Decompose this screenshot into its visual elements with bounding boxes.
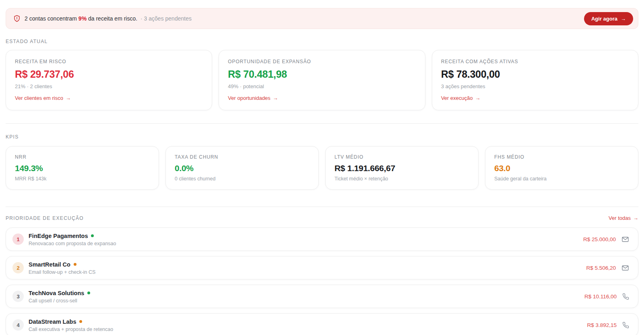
row-main: TechNova Solutions Call upsell / cross-s…: [29, 290, 584, 304]
banner-message: 2 contas concentram 9% da receita em ris…: [13, 15, 584, 22]
dashboard: 2 contas concentram 9% da receita em ris…: [0, 8, 644, 335]
row-action: Email follow-up + check-in CS: [29, 269, 586, 275]
arrow-right-icon: →: [66, 95, 71, 101]
card-value: R$ 70.481,98: [228, 68, 416, 80]
row-name: FinEdge Pagamentos: [29, 233, 94, 239]
card-label: FHS MÉDIO: [494, 154, 629, 160]
card-receita-em-risco: RECEITA EM RISCO R$ 29.737,06 21% · 2 cl…: [6, 50, 212, 110]
status-dot-icon: [91, 234, 94, 237]
link-label: Ver clientes em risco: [15, 95, 63, 101]
rank-badge: 1: [12, 234, 24, 245]
card-oportunidade-expansao: OPORTUNIDADE DE EXPANSÃO R$ 70.481,98 49…: [219, 50, 425, 110]
section-estado-atual: ESTADO ATUAL RECEITA EM RISCO R$ 29.737,…: [6, 39, 638, 110]
row-main: DataStream Labs Call executiva + propost…: [29, 318, 587, 332]
link-ver-todas[interactable]: Ver todas →: [609, 215, 638, 221]
company-name: TechNova Solutions: [29, 290, 84, 296]
card-subtext: Ticket médio × retenção: [334, 176, 469, 182]
row-action: Renovacao com proposta de expansao: [29, 241, 583, 246]
card-value: 0.0%: [175, 163, 310, 173]
section-title-kpis: KPIS: [6, 134, 638, 140]
row-main: FinEdge Pagamentos Renovacao com propost…: [29, 232, 583, 246]
company-name: FinEdge Pagamentos: [29, 233, 88, 239]
row-right: R$ 5.506,20: [586, 264, 629, 272]
priority-row-finedge[interactable]: 1 FinEdge Pagamentos Renovacao com propo…: [6, 227, 638, 251]
act-now-label: Agir agora: [591, 16, 617, 22]
rank-badge: 2: [12, 262, 24, 273]
company-name: DataStream Labs: [29, 318, 76, 325]
act-now-button[interactable]: Agir agora →: [584, 12, 633, 25]
link-label: Ver oportunidades: [228, 95, 270, 101]
banner-highlight: 9%: [78, 15, 87, 22]
status-dot-icon: [79, 320, 82, 323]
banner-text-suffix: da receita em risco.: [88, 15, 137, 22]
link-ver-clientes-em-risco[interactable]: Ver clientes em risco →: [15, 95, 71, 101]
estado-cards: RECEITA EM RISCO R$ 29.737,06 21% · 2 cl…: [6, 50, 638, 110]
banner-text-prefix: 2 contas concentram: [25, 15, 77, 22]
banner-text: 2 contas concentram 9% da receita em ris…: [25, 15, 192, 22]
row-amount: R$ 3.892,15: [587, 322, 617, 328]
card-value: 63.0: [494, 163, 629, 173]
card-label: TAXA DE CHURN: [175, 154, 310, 160]
row-name: TechNova Solutions: [29, 290, 90, 296]
prioridade-header: PRIORIDADE DE EXECUÇÃO Ver todas →: [6, 215, 638, 221]
card-nrr: NRR 149.3% MRR R$ 143k: [6, 146, 159, 190]
card-subtext: Saúde geral da carteira: [494, 176, 629, 182]
section-divider: [6, 207, 638, 207]
row-amount: R$ 5.506,20: [586, 265, 616, 271]
section-kpis: KPIS NRR 149.3% MRR R$ 143k TAXA DE CHUR…: [6, 134, 638, 190]
card-label: OPORTUNIDADE DE EXPANSÃO: [228, 59, 416, 64]
card-label: RECEITA COM AÇÕES ATIVAS: [441, 59, 629, 64]
arrow-right-icon: →: [621, 16, 626, 22]
card-subtext: 49% · potencial: [228, 83, 416, 89]
envelope-icon[interactable]: [621, 236, 629, 243]
link-label: Ver execução: [441, 95, 473, 101]
status-dot-icon: [74, 263, 76, 266]
risk-alert-banner: 2 contas concentram 9% da receita em ris…: [6, 8, 638, 29]
card-value: R$ 29.737,06: [15, 68, 203, 80]
priority-row-technova[interactable]: 3 TechNova Solutions Call upsell / cross…: [6, 285, 638, 308]
section-title-estado-atual: ESTADO ATUAL: [6, 39, 638, 44]
phone-icon[interactable]: [622, 322, 629, 329]
arrow-right-icon: →: [273, 95, 278, 101]
row-action: Call executiva + proposta de retencao: [29, 327, 587, 332]
company-name: SmartRetail Co: [29, 261, 70, 268]
card-label: LTV MÉDIO: [334, 154, 469, 160]
link-ver-execucao[interactable]: Ver execução →: [441, 95, 481, 101]
card-label: NRR: [15, 154, 150, 160]
row-name: DataStream Labs: [29, 318, 82, 325]
card-value: R$ 1.191.666,67: [334, 163, 469, 173]
link-ver-oportunidades[interactable]: Ver oportunidades →: [228, 95, 278, 101]
prioridade-list: 1 FinEdge Pagamentos Renovacao com propo…: [6, 227, 638, 335]
phone-icon[interactable]: [622, 293, 629, 300]
row-amount: R$ 25.000,00: [583, 236, 616, 242]
row-right: R$ 25.000,00: [583, 236, 629, 243]
priority-row-datastream[interactable]: 4 DataStream Labs Call executiva + propo…: [6, 313, 638, 335]
row-name: SmartRetail Co: [29, 261, 76, 268]
card-receita-acoes-ativas: RECEITA COM AÇÕES ATIVAS R$ 78.300,00 3 …: [432, 50, 638, 110]
card-subtext: 21% · 2 clientes: [15, 83, 203, 89]
card-ltv-medio: LTV MÉDIO R$ 1.191.666,67 Ticket médio ×…: [325, 146, 479, 190]
arrow-right-icon: →: [633, 215, 638, 221]
link-label: Ver todas: [609, 215, 631, 221]
card-value: 149.3%: [15, 163, 150, 173]
card-value: R$ 78.300,00: [441, 68, 629, 80]
shield-alert-icon: [13, 15, 21, 22]
card-subtext: 0 clientes churned: [175, 176, 310, 182]
row-right: R$ 3.892,15: [587, 322, 629, 329]
section-divider: [6, 123, 638, 124]
card-subtext: 3 ações pendentes: [441, 83, 629, 89]
row-amount: R$ 10.116,00: [584, 294, 617, 300]
priority-row-smartretail[interactable]: 2 SmartRetail Co Email follow-up + check…: [6, 256, 638, 279]
row-right: R$ 10.116,00: [584, 293, 629, 300]
card-label: RECEITA EM RISCO: [15, 59, 203, 64]
envelope-icon[interactable]: [621, 264, 629, 272]
kpi-cards: NRR 149.3% MRR R$ 143k TAXA DE CHURN 0.0…: [6, 146, 638, 190]
row-main: SmartRetail Co Email follow-up + check-i…: [29, 261, 586, 275]
banner-secondary: · 3 ações pendentes: [140, 15, 192, 22]
row-action: Call upsell / cross-sell: [29, 298, 584, 304]
section-title-prioridade: PRIORIDADE DE EXECUÇÃO: [6, 215, 84, 221]
rank-badge: 4: [12, 319, 24, 331]
section-prioridade: PRIORIDADE DE EXECUÇÃO Ver todas → 1 Fin…: [6, 215, 638, 335]
rank-badge: 3: [12, 291, 24, 302]
arrow-right-icon: →: [475, 95, 480, 101]
